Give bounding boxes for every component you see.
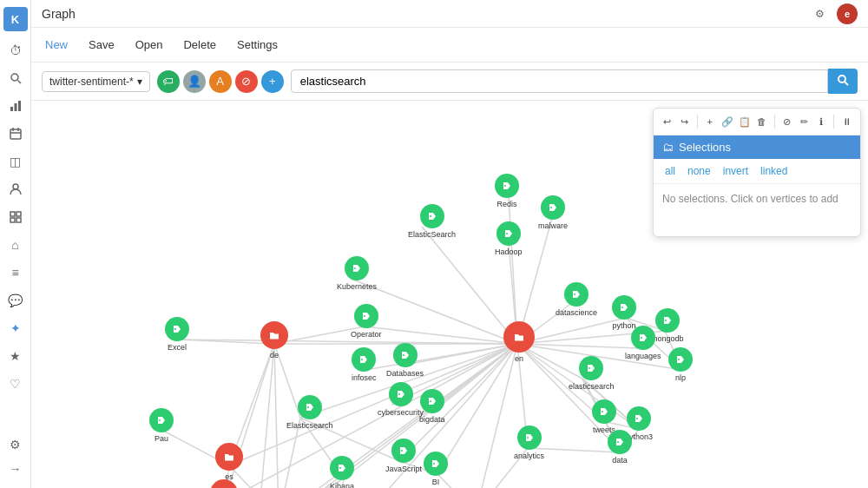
redo-button[interactable]: ↪ <box>678 112 692 131</box>
svg-point-96 <box>602 411 603 412</box>
svg-point-99 <box>527 437 529 439</box>
selections-tabs: all none invert linked <box>654 159 860 184</box>
search-input[interactable] <box>291 69 828 93</box>
search-button[interactable] <box>828 69 858 94</box>
sidebar-item-star[interactable]: ★ <box>3 344 28 368</box>
svg-point-91 <box>361 359 363 360</box>
node-data[interactable]: data <box>608 430 632 465</box>
node-pau[interactable]: Pau <box>149 408 174 443</box>
sidebar: K ⏱ ◫ ⌂ ≡ 💬 ✦ ★ ♡ ⚙ → <box>0 0 31 488</box>
sidebar-item-graph[interactable]: ✦ <box>3 316 28 340</box>
dropdown-arrow-icon: ▾ <box>137 76 142 88</box>
selections-body: No selections. Click on vertices to add <box>654 184 860 236</box>
svg-point-9 <box>13 184 18 189</box>
delete-sel-button[interactable]: 🗑 <box>755 112 769 131</box>
node-kubernetes[interactable]: Kubernetes <box>337 256 377 291</box>
tab-invert[interactable]: invert <box>720 164 751 178</box>
tab-all[interactable]: all <box>662 164 678 178</box>
node-elasticsearch_node[interactable]: Elasticsearch <box>286 395 333 430</box>
node-elasticsearch_mid[interactable]: elasticsearch <box>569 356 615 391</box>
node-de[interactable]: de <box>260 321 288 359</box>
node-nlp[interactable]: nlp <box>668 347 693 382</box>
sidebar-item-home[interactable]: ⏱ <box>3 38 28 63</box>
app-logo[interactable]: K <box>3 7 28 31</box>
svg-point-97 <box>636 418 638 419</box>
node-en[interactable]: en <box>503 321 535 363</box>
main-content: Graph ⚙ e New Save Open Delete Settings … <box>31 0 868 488</box>
sidebar-item-chart[interactable] <box>3 94 28 118</box>
node-es[interactable]: es <box>215 443 243 481</box>
filter-orange-icon[interactable]: A <box>209 70 232 93</box>
node-excel[interactable]: Excel <box>165 317 189 352</box>
filter-red-icon[interactable]: ⊘ <box>235 70 258 93</box>
node-bi[interactable]: BI <box>424 452 448 486</box>
svg-point-94 <box>398 393 400 395</box>
node-operator[interactable]: Operator <box>351 304 382 339</box>
node-cybersecurity[interactable]: cybersecurity <box>378 382 424 417</box>
svg-point-101 <box>401 450 403 452</box>
node-malware[interactable]: malware <box>538 195 568 230</box>
settings-button[interactable]: Settings <box>233 36 281 53</box>
node-infosec[interactable]: infosec <box>352 347 377 382</box>
graph-area[interactable]: RedismalwareElasticSearchHadoopKubernete… <box>31 101 868 488</box>
open-button[interactable]: Open <box>132 36 167 53</box>
svg-point-98 <box>307 406 309 408</box>
sidebar-item-arrow[interactable]: → <box>3 457 28 481</box>
selections-toolbar: ↩ ↪ + 🔗 📋 🗑 ⊘ ✏ ℹ ⏸ <box>654 109 860 135</box>
node-javascript[interactable]: JavaScript <box>385 439 422 473</box>
sidebar-item-home2[interactable]: ⌂ <box>3 233 28 257</box>
link-button[interactable]: 🔗 <box>720 112 734 131</box>
block-button[interactable]: ⊘ <box>779 112 793 131</box>
index-dropdown[interactable]: twitter-sentiment-* ▾ <box>42 71 150 92</box>
svg-line-54 <box>257 344 274 488</box>
node-kibana[interactable]: Kibana <box>330 456 354 488</box>
node-tweets[interactable]: tweets <box>592 399 616 434</box>
toolbar-sep-2 <box>774 115 775 129</box>
sidebar-item-grid[interactable] <box>3 205 28 229</box>
svg-line-45 <box>476 344 517 488</box>
sidebar-item-calendar[interactable] <box>3 122 28 146</box>
svg-point-88 <box>641 337 642 339</box>
edit-button[interactable]: ✏ <box>797 112 811 131</box>
sidebar-item-heart[interactable]: ♡ <box>3 372 28 396</box>
node-databases[interactable]: Databases <box>386 343 424 378</box>
filter-green-icon[interactable]: 🏷 <box>157 70 180 93</box>
node-analytics[interactable]: analytics <box>514 425 544 460</box>
node-languages[interactable]: languages <box>625 326 661 360</box>
sidebar-item-gear[interactable]: ⚙ <box>3 432 28 457</box>
svg-rect-11 <box>16 212 21 216</box>
node-python[interactable]: python <box>612 295 636 330</box>
node-hadoop[interactable]: Hadoop <box>495 221 523 256</box>
delete-button[interactable]: Delete <box>180 36 220 53</box>
node-fr[interactable]: fr <box>210 479 238 488</box>
tab-linked[interactable]: linked <box>758 164 790 178</box>
sidebar-item-chat[interactable]: 💬 <box>3 288 28 313</box>
node-datacience[interactable]: datascience <box>556 282 597 317</box>
user-avatar[interactable]: e <box>837 3 858 24</box>
sidebar-item-list[interactable]: ≡ <box>3 260 28 285</box>
pause-button[interactable]: ⏸ <box>839 112 853 131</box>
copy-button[interactable]: 📋 <box>738 112 752 131</box>
svg-point-103 <box>339 467 341 469</box>
sidebar-item-search[interactable] <box>3 66 28 90</box>
new-button[interactable]: New <box>42 36 71 53</box>
filter-add-icon[interactable]: + <box>261 70 284 93</box>
add-button[interactable]: + <box>703 112 717 131</box>
svg-point-84 <box>574 293 575 295</box>
svg-point-85 <box>621 307 623 308</box>
node-redis[interactable]: Redis <box>495 174 519 208</box>
svg-rect-13 <box>16 218 21 222</box>
node-bigdata[interactable]: bigdata <box>419 389 445 424</box>
info-button[interactable]: ℹ <box>814 112 828 131</box>
sidebar-item-person[interactable] <box>3 177 28 201</box>
filter-gray-icon[interactable]: 👤 <box>183 70 206 93</box>
undo-button[interactable]: ↩ <box>661 112 674 131</box>
node-elasticsearch_top[interactable]: ElasticSearch <box>408 204 456 239</box>
svg-line-53 <box>274 344 279 488</box>
sidebar-item-layers[interactable]: ◫ <box>3 149 28 174</box>
save-button[interactable]: Save <box>85 36 118 53</box>
svg-point-79 <box>504 185 506 187</box>
settings-icon-btn[interactable]: ⚙ <box>809 3 830 24</box>
svg-point-89 <box>174 328 176 330</box>
tab-none[interactable]: none <box>685 164 713 178</box>
